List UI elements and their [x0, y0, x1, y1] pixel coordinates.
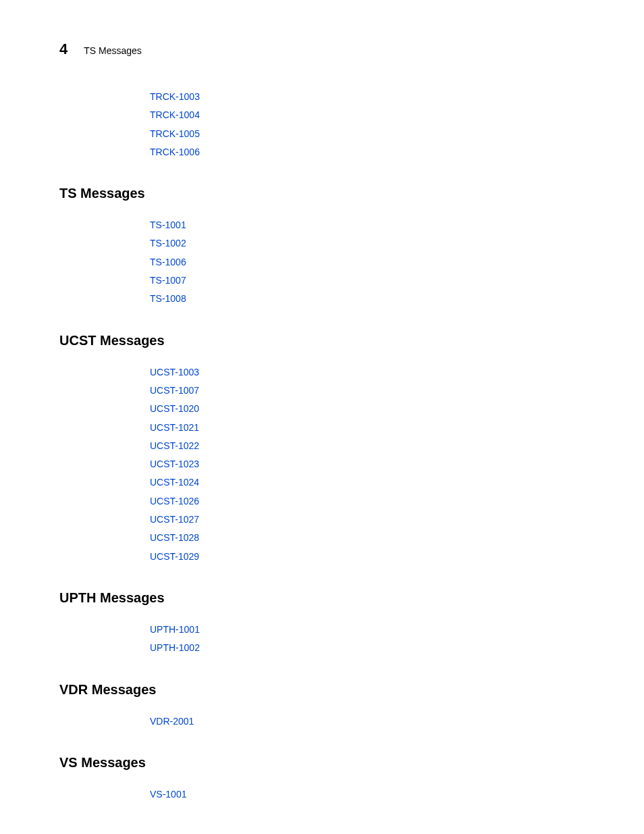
link-ts-1002[interactable]: TS-1002 — [150, 234, 586, 253]
link-trck-1006[interactable]: TRCK-1006 — [150, 143, 586, 161]
heading-upth-messages: UPTH Messages — [59, 590, 586, 606]
heading-ucst-messages: UCST Messages — [59, 333, 586, 348]
content-area: TRCK-1003 TRCK-1004 TRCK-1005 TRCK-1006 … — [59, 88, 586, 828]
link-trck-1003[interactable]: TRCK-1003 — [150, 88, 586, 106]
link-trck-1004[interactable]: TRCK-1004 — [150, 106, 586, 124]
link-vs-1001[interactable]: VS-1001 — [150, 785, 586, 804]
heading-vs-messages: VS Messages — [59, 755, 586, 771]
heading-ts-messages: TS Messages — [59, 186, 586, 201]
link-ucst-1021[interactable]: UCST-1021 — [150, 419, 586, 437]
page-header: 4 TS Messages — [59, 41, 142, 58]
link-upth-1001[interactable]: UPTH-1001 — [150, 621, 586, 639]
link-ucst-1020[interactable]: UCST-1020 — [150, 400, 586, 418]
link-ts-1008[interactable]: TS-1008 — [150, 290, 586, 308]
link-ucst-1027[interactable]: UCST-1027 — [150, 511, 586, 529]
link-trck-1005[interactable]: TRCK-1005 — [150, 125, 586, 143]
link-ucst-1026[interactable]: UCST-1026 — [150, 492, 586, 511]
link-vdr-2001[interactable]: VDR-2001 — [150, 712, 586, 731]
section-title: TS Messages — [84, 45, 142, 56]
link-ucst-1022[interactable]: UCST-1022 — [150, 437, 586, 455]
link-ts-1006[interactable]: TS-1006 — [150, 253, 586, 271]
link-ts-1007[interactable]: TS-1007 — [150, 271, 586, 290]
link-group-vs: VS-1001 — [150, 785, 586, 804]
link-group-vdr: VDR-2001 — [150, 712, 586, 731]
link-upth-1002[interactable]: UPTH-1002 — [150, 639, 586, 657]
link-group-trck: TRCK-1003 TRCK-1004 TRCK-1005 TRCK-1006 — [150, 88, 586, 161]
heading-vdr-messages: VDR Messages — [59, 682, 586, 698]
link-ucst-1023[interactable]: UCST-1023 — [150, 455, 586, 473]
link-group-ucst: UCST-1003 UCST-1007 UCST-1020 UCST-1021 … — [150, 363, 586, 566]
link-ts-1001[interactable]: TS-1001 — [150, 216, 586, 234]
link-group-upth: UPTH-1001 UPTH-1002 — [150, 621, 586, 658]
link-ucst-1024[interactable]: UCST-1024 — [150, 473, 586, 492]
link-ucst-1003[interactable]: UCST-1003 — [150, 363, 586, 382]
section-number: 4 — [59, 41, 68, 58]
link-ucst-1028[interactable]: UCST-1028 — [150, 529, 586, 547]
link-ucst-1029[interactable]: UCST-1029 — [150, 548, 586, 566]
link-group-ts: TS-1001 TS-1002 TS-1006 TS-1007 TS-1008 — [150, 216, 586, 308]
link-ucst-1007[interactable]: UCST-1007 — [150, 382, 586, 400]
